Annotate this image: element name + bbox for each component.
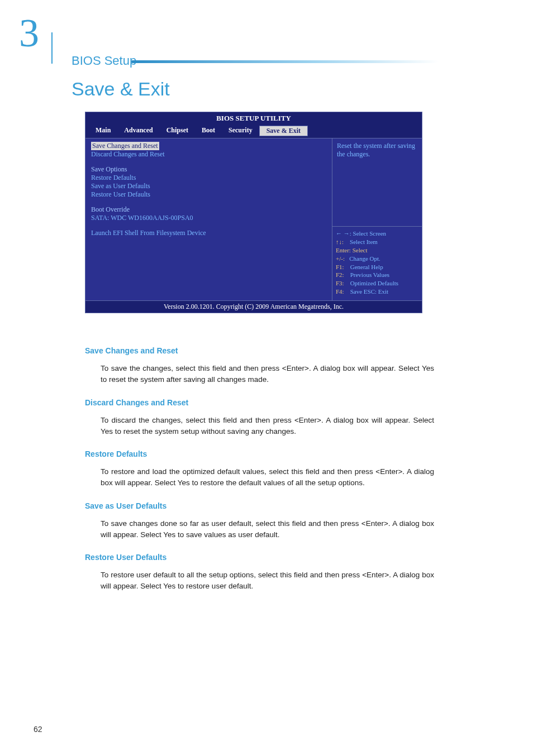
bios-title: BIOS SETUP UTILITY <box>85 112 422 125</box>
bios-screenshot: BIOS SETUP UTILITY Main Advanced Chipset… <box>85 112 422 313</box>
bios-left-panel: Save Changes and Reset Discard Changes a… <box>85 138 332 300</box>
bios-body: Save Changes and Reset Discard Changes a… <box>85 138 422 300</box>
desc-text: To save changes done so far as user defa… <box>101 518 434 541</box>
desc-text: To restore and load the optimized defaul… <box>101 466 434 489</box>
bios-group-boot-override: Boot Override <box>91 205 326 214</box>
bios-item-restore-user-defaults[interactable]: Restore User Defaults <box>91 190 326 199</box>
desc-title: Restore User Defaults <box>85 553 434 562</box>
bios-footer: Version 2.00.1201. Copyright (C) 2009 Am… <box>85 300 422 313</box>
descriptions: Save Changes and Reset To save the chang… <box>85 346 434 605</box>
tab-chipset[interactable]: Chipset <box>160 126 195 136</box>
bios-help-text: Reset the system after saving the change… <box>332 138 422 226</box>
page-header: 3 BIOS Setup <box>0 16 533 66</box>
desc-title: Restore Defaults <box>85 449 434 458</box>
bios-right-panel: Reset the system after saving the change… <box>332 138 422 300</box>
desc-save-changes-reset: Save Changes and Reset To save the chang… <box>85 346 434 386</box>
desc-text: To save the changes, select this field a… <box>101 363 434 386</box>
bios-group-save-options: Save Options <box>91 165 326 174</box>
bios-item-discard-changes-reset[interactable]: Discard Changes and Reset <box>91 150 326 159</box>
tab-advanced[interactable]: Advanced <box>117 126 159 136</box>
tab-save-exit[interactable]: Save & Exit <box>259 126 308 136</box>
bios-item-save-user-defaults[interactable]: Save as User Defaults <box>91 182 326 190</box>
desc-discard-changes-reset: Discard Changes and Reset To discard the… <box>85 398 434 438</box>
bios-item-save-changes-reset[interactable]: Save Changes and Reset <box>91 142 159 150</box>
bios-tabs: Main Advanced Chipset Boot Security Save… <box>85 125 422 138</box>
desc-save-user-defaults: Save as User Defaults To save changes do… <box>85 501 434 541</box>
tab-security[interactable]: Security <box>222 126 259 136</box>
header-rule <box>131 60 439 63</box>
chapter-title: BIOS Setup <box>72 54 136 68</box>
bios-item-sata-device[interactable]: SATA: WDC WD1600AAJS-00PSA0 <box>91 214 326 222</box>
bios-item-restore-defaults[interactable]: Restore Defaults <box>91 174 326 182</box>
bios-item-launch-efi-shell[interactable]: Launch EFI Shell From Filesystem Device <box>91 229 326 237</box>
chapter-number: 3 <box>19 10 39 56</box>
desc-restore-user-defaults: Restore User Defaults To restore user de… <box>85 553 434 592</box>
tab-main[interactable]: Main <box>89 126 117 136</box>
desc-restore-defaults: Restore Defaults To restore and load the… <box>85 449 434 489</box>
bios-key-legend: ← →: Select Screen ↑↓: Select Item Enter… <box>332 226 422 300</box>
desc-text: To discard the changes, select this fiel… <box>101 415 434 438</box>
divider <box>51 32 53 64</box>
desc-title: Save as User Defaults <box>85 501 434 510</box>
desc-title: Discard Changes and Reset <box>85 398 434 407</box>
desc-text: To restore user default to all the setup… <box>101 570 434 592</box>
tab-boot[interactable]: Boot <box>195 126 222 136</box>
desc-title: Save Changes and Reset <box>85 346 434 355</box>
page-title: Save & Exit <box>72 78 170 100</box>
page-number: 62 <box>34 725 42 734</box>
